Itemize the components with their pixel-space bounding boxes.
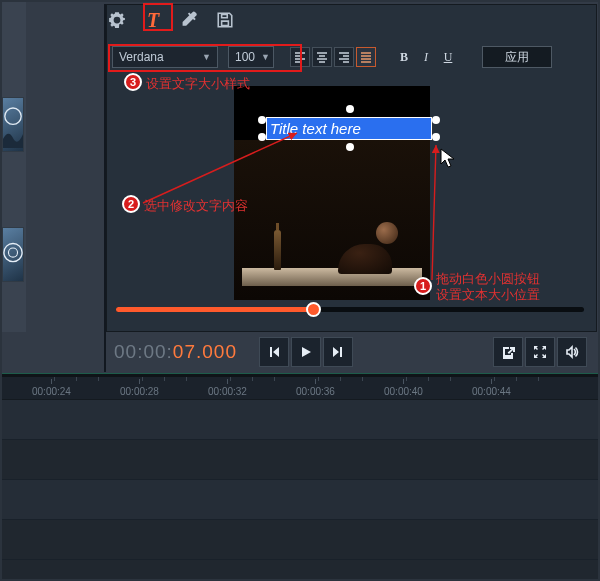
play-button[interactable] (291, 337, 321, 367)
thumbnail-2[interactable] (2, 227, 24, 282)
eyedropper-icon[interactable] (180, 11, 198, 29)
bold-button[interactable]: B (394, 47, 414, 67)
ruler-tick: 00:00:28 (120, 379, 159, 397)
annotation-badge-3: 3 (124, 73, 142, 91)
timeline-tracks[interactable] (2, 399, 598, 579)
resize-handle-top[interactable] (346, 105, 354, 113)
font-size-value: 100 (235, 50, 255, 64)
annotation-text-2: 选中修改文字内容 (144, 197, 248, 215)
progress-bar[interactable] (116, 307, 584, 312)
timecode-ms: .000 (196, 341, 237, 362)
fullscreen-button[interactable] (525, 337, 555, 367)
track-row[interactable] (2, 400, 598, 440)
svg-point-1 (4, 243, 22, 261)
timecode-gray: 00:00: (114, 341, 173, 362)
thumbnail-1[interactable] (2, 97, 24, 152)
text-format-group: B I U (394, 47, 458, 67)
gear-icon[interactable] (108, 11, 126, 29)
track-row[interactable] (2, 440, 598, 480)
align-justify-button[interactable] (356, 47, 376, 67)
track-row[interactable] (2, 520, 598, 560)
volume-button[interactable] (557, 337, 587, 367)
align-left-button[interactable] (290, 47, 310, 67)
save-icon[interactable] (216, 11, 234, 29)
ruler-tick: 00:00:32 (208, 379, 247, 397)
align-center-button[interactable] (312, 47, 332, 67)
annotation-text-1b: 设置文本大小位置 (436, 286, 540, 304)
ruler-tick: 00:00:36 (296, 379, 335, 397)
svg-point-0 (5, 108, 21, 124)
video-frame (234, 140, 430, 300)
timecode: 00:00:07.000 (114, 341, 237, 364)
cursor-icon (440, 148, 456, 170)
resize-handle-left-top[interactable] (258, 116, 266, 124)
next-frame-button[interactable] (323, 337, 353, 367)
progress-knob[interactable] (306, 302, 321, 317)
chevron-down-icon: ▼ (261, 52, 270, 62)
timeline-ruler[interactable]: 00:00:2400:00:2800:00:3200:00:3600:00:40… (2, 377, 598, 399)
underline-button[interactable]: U (438, 47, 458, 67)
svg-point-2 (8, 248, 17, 257)
ruler-tick: 00:00:24 (32, 379, 71, 397)
title-text: Title text here (270, 120, 361, 137)
font-size-select[interactable]: 100 ▼ (228, 46, 274, 68)
text-align-group (290, 47, 376, 67)
italic-button[interactable]: I (416, 47, 436, 67)
align-right-button[interactable] (334, 47, 354, 67)
chevron-down-icon: ▼ (202, 52, 211, 62)
ruler-tick: 00:00:44 (472, 379, 511, 397)
timecode-sec: 07 (173, 341, 196, 362)
prev-frame-button[interactable] (259, 337, 289, 367)
apply-button[interactable]: 应用 (482, 46, 552, 68)
popout-button[interactable] (493, 337, 523, 367)
resize-handle-right-bottom[interactable] (432, 133, 440, 141)
resize-handle-right-top[interactable] (432, 116, 440, 124)
track-row[interactable] (2, 480, 598, 520)
title-text-box[interactable]: Title text here (266, 117, 432, 140)
annotation-badge-2: 2 (122, 195, 140, 213)
text-tool-icon[interactable]: T (144, 11, 162, 29)
left-sidebar (2, 2, 26, 332)
annotation-text-3: 设置文字大小样式 (146, 75, 250, 93)
resize-handle-bottom[interactable] (346, 143, 354, 151)
font-family-value: Verdana (119, 50, 196, 64)
ruler-tick: 00:00:40 (384, 379, 423, 397)
resize-handle-left-bottom[interactable] (258, 133, 266, 141)
font-family-select[interactable]: Verdana ▼ (112, 46, 218, 68)
progress-played (116, 307, 313, 312)
annotation-badge-1: 1 (414, 277, 432, 295)
